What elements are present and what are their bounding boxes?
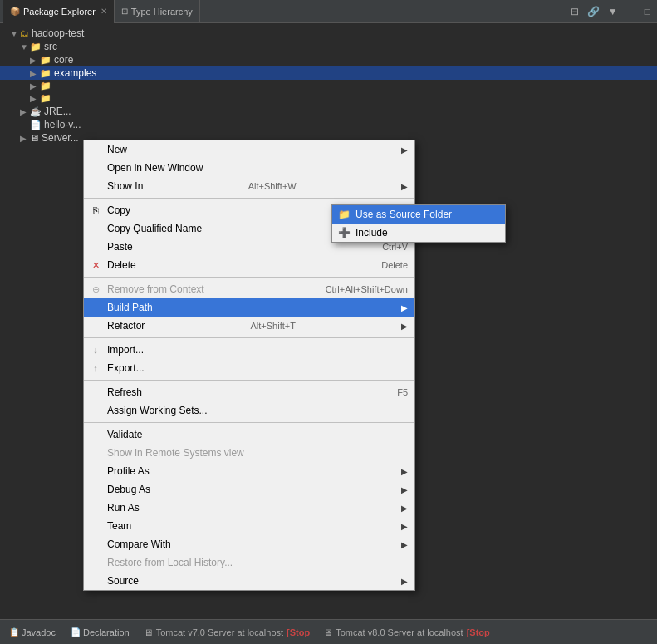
submenu-arrow-icon: ▶ bbox=[401, 540, 408, 549]
submenu-item-include[interactable]: ➕ Include bbox=[332, 224, 505, 242]
menu-item-new[interactable]: New ▶ bbox=[84, 140, 414, 159]
tab-type-hierarchy[interactable]: ⊡ Type Hierarchy bbox=[115, 0, 200, 23]
expand-arrow: ▶ bbox=[20, 134, 30, 143]
menu-separator bbox=[84, 198, 414, 199]
submenu-item-use-source-folder[interactable]: 📁 Use as Source Folder bbox=[332, 205, 505, 224]
status-tab-javadoc[interactable]: 📋 Javadoc bbox=[3, 625, 61, 640]
menu-item-label: Assign Working Sets... bbox=[107, 405, 208, 416]
shortcut-label: Alt+Shift+W bbox=[248, 181, 297, 191]
menu-item-label: Debug As bbox=[107, 484, 150, 495]
menu-item-source[interactable]: Source ▶ bbox=[84, 572, 414, 590]
tree-item-hadoop-test[interactable]: ▼ 🗂 hadoop-test bbox=[0, 27, 657, 40]
menu-item-import[interactable]: ↓ Import... bbox=[84, 341, 414, 359]
minimize-button[interactable]: — bbox=[623, 4, 640, 19]
menu-item-remove-context: ⊖ Remove from Context Ctrl+Alt+Shift+Dow… bbox=[84, 280, 414, 298]
javadoc-icon: 📋 bbox=[9, 627, 19, 637]
status-bar: 📋 Javadoc 📄 Declaration 🖥 Tomcat v7.0 Se… bbox=[0, 619, 657, 644]
menu-item-label: Run As bbox=[107, 502, 140, 514]
build-path-submenu: 📁 Use as Source Folder ➕ Include bbox=[331, 204, 506, 243]
expand-arrow: ▼ bbox=[20, 42, 30, 52]
source-folder-icon: 📁 bbox=[337, 208, 351, 221]
shortcut-label: F5 bbox=[397, 387, 408, 397]
menu-item-label: Remove from Context bbox=[107, 283, 204, 295]
folder-icon: 📁 bbox=[40, 93, 51, 104]
menu-item-export[interactable]: ↑ Export... bbox=[84, 359, 414, 377]
tab-close-icon[interactable]: ✕ bbox=[101, 7, 107, 16]
menu-item-open-new-window[interactable]: Open in New Window bbox=[84, 159, 414, 177]
menu-item-refactor[interactable]: Refactor Alt+Shift+T ▶ bbox=[84, 317, 414, 335]
menu-item-label: Source bbox=[107, 575, 139, 587]
menu-item-label: Build Path bbox=[107, 302, 153, 313]
expand-arrow: ▶ bbox=[30, 69, 40, 78]
submenu-arrow-icon: ▶ bbox=[401, 182, 408, 191]
menu-item-label: Export... bbox=[107, 362, 145, 374]
submenu-arrow-icon: ▶ bbox=[401, 522, 408, 531]
tree-item-folder1[interactable]: ▶ 📁 bbox=[0, 80, 657, 92]
menu-item-build-path[interactable]: Build Path ▶ bbox=[84, 298, 414, 317]
tree-item-jre[interactable]: ▶ ☕ JRE... bbox=[0, 105, 657, 118]
submenu-arrow-icon: ▶ bbox=[401, 504, 408, 513]
server-icon: 🖥 bbox=[30, 133, 39, 143]
menu-separator bbox=[84, 337, 414, 338]
menu-item-label: Paste bbox=[107, 241, 133, 253]
menu-item-label: Copy bbox=[107, 204, 130, 216]
submenu-arrow-icon: ▶ bbox=[401, 322, 408, 331]
menu-item-label: Team bbox=[107, 520, 131, 532]
menu-item-compare-with[interactable]: Compare With ▶ bbox=[84, 535, 414, 553]
server-icon: 🖥 bbox=[144, 627, 153, 637]
status-tab-declaration[interactable]: 📄 Declaration bbox=[65, 625, 135, 640]
folder-icon: 📁 bbox=[40, 81, 51, 91]
menu-item-show-remote: Show in Remote Systems view bbox=[84, 444, 414, 462]
maximize-button[interactable]: □ bbox=[641, 4, 654, 19]
menu-item-label: Copy Qualified Name bbox=[107, 223, 202, 234]
main-panel: ▼ 🗂 hadoop-test ▼ 📁 src ▶ 📁 core ▶ 📁 exa… bbox=[0, 23, 657, 619]
menu-item-delete[interactable]: ✕ Delete Delete bbox=[84, 256, 414, 274]
menu-item-run-as[interactable]: Run As ▶ bbox=[84, 499, 414, 517]
jre-icon: ☕ bbox=[30, 106, 42, 117]
tree-item-examples[interactable]: ▶ 📁 examples bbox=[0, 66, 657, 80]
menu-item-label: Refactor bbox=[107, 320, 145, 332]
server-item-tomcat7: 🖥 Tomcat v7.0 Server at localhost [Stop bbox=[139, 626, 316, 639]
tree-item-label: Server... bbox=[42, 132, 79, 144]
menu-separator bbox=[84, 422, 414, 423]
declaration-icon: 📄 bbox=[71, 627, 81, 637]
project-icon: 🗂 bbox=[20, 28, 29, 38]
tree-item-folder2[interactable]: ▶ 📁 bbox=[0, 92, 657, 105]
shortcut-label: Alt+Shift+T bbox=[250, 321, 295, 331]
menu-item-profile-as[interactable]: Profile As ▶ bbox=[84, 462, 414, 480]
delete-icon: ✕ bbox=[89, 258, 102, 272]
tree-item-src[interactable]: ▼ 📁 src bbox=[0, 40, 657, 53]
folder-icon: 📁 bbox=[30, 42, 42, 52]
tree-item-label: core bbox=[54, 54, 73, 66]
menu-item-assign-working-sets[interactable]: Assign Working Sets... bbox=[84, 401, 414, 420]
menu-item-team[interactable]: Team ▶ bbox=[84, 517, 414, 535]
menu-item-refresh[interactable]: Refresh F5 bbox=[84, 383, 414, 401]
collapse-all-button[interactable]: ⊟ bbox=[567, 4, 582, 19]
menu-item-debug-as[interactable]: Debug As ▶ bbox=[84, 480, 414, 499]
view-menu-button[interactable]: ▼ bbox=[605, 4, 621, 19]
server-item-tomcat8: 🖥 Tomcat v8.0 Server at localhost [Stop bbox=[318, 626, 495, 639]
tree-item-label: examples bbox=[54, 67, 96, 79]
tree-item-label: JRE... bbox=[44, 106, 71, 117]
menu-item-label: Compare With bbox=[107, 538, 171, 550]
tab-type-hierarchy-label: Type Hierarchy bbox=[131, 7, 193, 17]
menu-item-validate[interactable]: Validate bbox=[84, 425, 414, 444]
declaration-label: Declaration bbox=[83, 627, 130, 637]
tree-item-core[interactable]: ▶ 📁 core bbox=[0, 53, 657, 66]
menu-item-label: New bbox=[107, 144, 127, 155]
javadoc-label: Javadoc bbox=[22, 627, 56, 637]
import-icon: ↓ bbox=[89, 343, 102, 356]
menu-item-label: Import... bbox=[107, 344, 144, 356]
tab-toolbar: ⊟ 🔗 ▼ — □ bbox=[567, 4, 654, 19]
tab-package-explorer[interactable]: 📦 Package Explorer ✕ bbox=[3, 0, 115, 23]
export-icon: ↑ bbox=[89, 361, 102, 375]
submenu-arrow-icon: ▶ bbox=[401, 145, 408, 155]
shortcut-label: Ctrl+V bbox=[382, 242, 408, 252]
folder-icon: 📁 bbox=[40, 68, 51, 79]
menu-item-label: Delete bbox=[107, 259, 136, 271]
shortcut-label: Delete bbox=[381, 260, 408, 270]
link-editor-button[interactable]: 🔗 bbox=[584, 4, 603, 19]
tree-item-hello[interactable]: 📄 hello-v... bbox=[0, 118, 657, 131]
menu-item-show-in[interactable]: Show In Alt+Shift+W ▶ bbox=[84, 177, 414, 195]
menu-item-label: Show In bbox=[107, 180, 143, 192]
